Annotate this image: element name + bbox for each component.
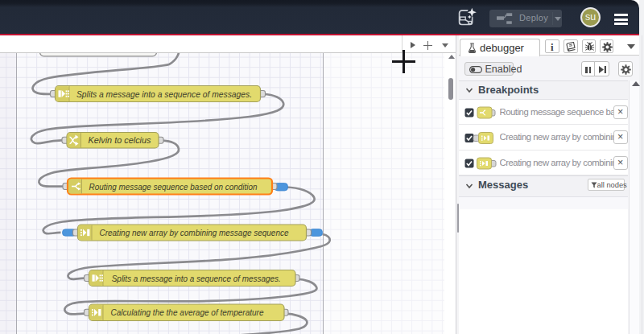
svg-text:Creating new array by combinin: Creating new array by combining message … bbox=[100, 228, 289, 237]
svg-text:Splits a message into a sequen: Splits a message into a sequence of mess… bbox=[76, 89, 252, 99]
svg-text:Kelvin to celcius: Kelvin to celcius bbox=[89, 135, 151, 145]
svg-text:Calculating the the average of: Calculating the the average of temperatu… bbox=[111, 307, 264, 317]
svg-text:Routing message sequence based: Routing message sequence based on condit… bbox=[89, 182, 258, 192]
svg-text:Splits a message into a sequen: Splits a message into a sequence of mess… bbox=[112, 274, 281, 283]
